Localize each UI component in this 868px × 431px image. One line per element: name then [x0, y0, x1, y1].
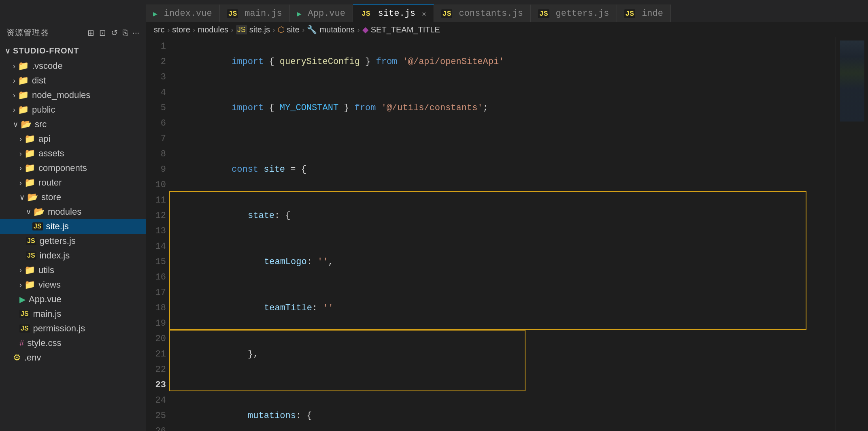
sidebar-item-public[interactable]: › 📁 public: [0, 102, 146, 117]
sidebar-header: 资源管理器 ⊞ ⊡ ↺ ⎘ ···: [0, 22, 146, 43]
sidebar-item-node-modules[interactable]: › 📁 node_modules: [0, 88, 146, 102]
tab-index-vue[interactable]: ▶ index.vue: [146, 4, 220, 22]
sidebar-item-site-js[interactable]: JS site.js: [0, 219, 146, 234]
tab-site-js[interactable]: JS site.js ✕: [353, 4, 434, 22]
breadcrumb-set-team-title: SET_TEAM_TITLE: [371, 25, 440, 34]
line-numbers: 12345 678910 1112131415 1617181920 21222…: [146, 37, 174, 431]
bc-obj-icon: ⬡: [278, 25, 285, 34]
js-icon: JS: [441, 9, 453, 18]
js-icon: JS: [360, 9, 372, 18]
js-icon: JS: [227, 9, 238, 18]
js-file-icon: JS: [19, 310, 30, 318]
sidebar-item-utils[interactable]: › 📁 utils: [0, 263, 146, 277]
arrow-icon: ›: [19, 164, 22, 173]
sidebar-item-index-js[interactable]: JS index.js: [0, 248, 146, 263]
tab-label: site.js: [378, 9, 415, 19]
sidebar-item-label: components: [38, 163, 87, 173]
sidebar-item-label: views: [38, 280, 61, 290]
project-name: ∨ STUDIO-FRONT: [0, 43, 146, 59]
tab-index2-js[interactable]: JS inde: [617, 4, 671, 22]
breadcrumb-sep: ›: [272, 25, 275, 34]
sidebar-item-label: store: [41, 192, 61, 203]
breadcrumb-sep: ›: [231, 25, 234, 34]
code-line-10: mutations: {: [178, 393, 836, 431]
tab-app-vue[interactable]: ▶ App.vue: [290, 4, 353, 22]
sidebar-item-label: dist: [32, 75, 46, 86]
breadcrumb-sep: ›: [167, 25, 170, 34]
sidebar-item-views[interactable]: › 📁 views: [0, 277, 146, 292]
tab-main-js[interactable]: JS main.js: [220, 4, 290, 22]
folder-icon: 📁: [18, 90, 29, 100]
sidebar-item-label: assets: [38, 148, 64, 159]
folder-open-icon: 📂: [21, 119, 32, 130]
js-icon: JS: [624, 9, 636, 18]
arrow-icon: ›: [19, 179, 22, 187]
code-editor[interactable]: 12345 678910 1112131415 1617181920 21222…: [146, 37, 868, 431]
tab-label: App.vue: [308, 9, 345, 19]
sidebar-item-store[interactable]: ∨ 📂 store: [0, 190, 146, 205]
sidebar-item-env[interactable]: ⚙ .env: [0, 350, 146, 365]
folder-open-icon: 📂: [34, 207, 45, 217]
sidebar-item-label: main.js: [33, 309, 62, 319]
breadcrumb-site: site: [287, 25, 300, 34]
sidebar-header-icons: ⊞ ⊡ ↺ ⎘ ···: [87, 28, 139, 38]
folder-icon: 📁: [24, 177, 35, 188]
code-line-1: import { querySiteConfig } from '@/api/o…: [178, 39, 836, 85]
arrow-icon: ∨: [13, 120, 18, 129]
tab-label: main.js: [245, 9, 282, 19]
arrow-icon: ›: [13, 77, 15, 85]
minimap: [836, 37, 868, 431]
tab-getters-js[interactable]: JS getters.js: [531, 4, 617, 22]
editor-area: src › store › modules › JS site.js › ⬡ s…: [146, 22, 868, 431]
project-name-label: STUDIO-FRONT: [13, 46, 79, 55]
sidebar-item-label: style.css: [27, 338, 61, 348]
arrow-icon: ›: [19, 149, 22, 158]
sidebar-item-modules[interactable]: ∨ 📂 modules: [0, 205, 146, 219]
breadcrumb-modules: modules: [198, 25, 228, 34]
arrow-icon: ›: [13, 106, 15, 114]
sidebar-item-style-css[interactable]: # style.css: [0, 336, 146, 350]
breadcrumb-sep: ›: [193, 25, 196, 34]
vue-icon: ▶: [153, 9, 157, 18]
sidebar-item-permission-js[interactable]: JS permission.js: [0, 321, 146, 336]
sidebar-item-getters-js[interactable]: JS getters.js: [0, 234, 146, 248]
sidebar-item-label: site.js: [46, 221, 69, 232]
arrow-icon: ›: [19, 266, 22, 275]
code-line-6: teamLogo: '',: [178, 239, 836, 285]
main-area: 资源管理器 ⊞ ⊡ ↺ ⎘ ··· ∨ STUDIO-FRONT › 📁 .vs…: [0, 22, 868, 431]
close-icon[interactable]: ✕: [422, 9, 426, 18]
sidebar-item-main-js[interactable]: JS main.js: [0, 307, 146, 321]
folder-icon: 📁: [24, 280, 35, 290]
sidebar-item-label: .vscode: [32, 61, 63, 71]
breadcrumb-sep: ›: [357, 25, 360, 34]
folder-icon: 📁: [24, 134, 35, 144]
sidebar-item-api[interactable]: › 📁 api: [0, 132, 146, 146]
breadcrumb-sep: ›: [302, 25, 305, 34]
js-file-icon: JS: [19, 324, 30, 333]
sidebar: 资源管理器 ⊞ ⊡ ↺ ⎘ ··· ∨ STUDIO-FRONT › 📁 .vs…: [0, 22, 146, 431]
arrow-icon: ›: [13, 91, 15, 100]
sidebar-item-vscode[interactable]: › 📁 .vscode: [0, 59, 146, 73]
sidebar-item-app-vue[interactable]: ▶ App.vue: [0, 292, 146, 307]
code-line-8: },: [178, 331, 836, 378]
sidebar-item-components[interactable]: › 📁 components: [0, 161, 146, 175]
folder-icon: 📁: [24, 163, 35, 173]
sidebar-item-router[interactable]: › 📁 router: [0, 175, 146, 190]
refresh-icon[interactable]: ↺: [111, 28, 118, 38]
sidebar-item-dist[interactable]: › 📁 dist: [0, 73, 146, 88]
sidebar-item-label: utils: [38, 265, 54, 275]
sidebar-item-label: App.vue: [29, 294, 62, 305]
new-file-icon[interactable]: ⊞: [87, 28, 94, 38]
bc-wrench-icon: 🔧: [307, 25, 317, 34]
bc-diamond-icon: ◆: [362, 25, 368, 34]
tab-constants-js[interactable]: JS constants.js: [434, 4, 531, 22]
collapse-icon[interactable]: ⎘: [123, 28, 128, 38]
sidebar-item-assets[interactable]: › 📁 assets: [0, 146, 146, 161]
chevron-down-icon: ∨: [5, 47, 11, 55]
tab-label: index.vue: [164, 9, 212, 19]
sidebar-item-src[interactable]: ∨ 📂 src: [0, 117, 146, 132]
js-icon: JS: [538, 9, 549, 18]
new-folder-icon[interactable]: ⊡: [99, 28, 106, 38]
code-line-9: [178, 378, 836, 393]
more-icon[interactable]: ···: [132, 28, 139, 38]
